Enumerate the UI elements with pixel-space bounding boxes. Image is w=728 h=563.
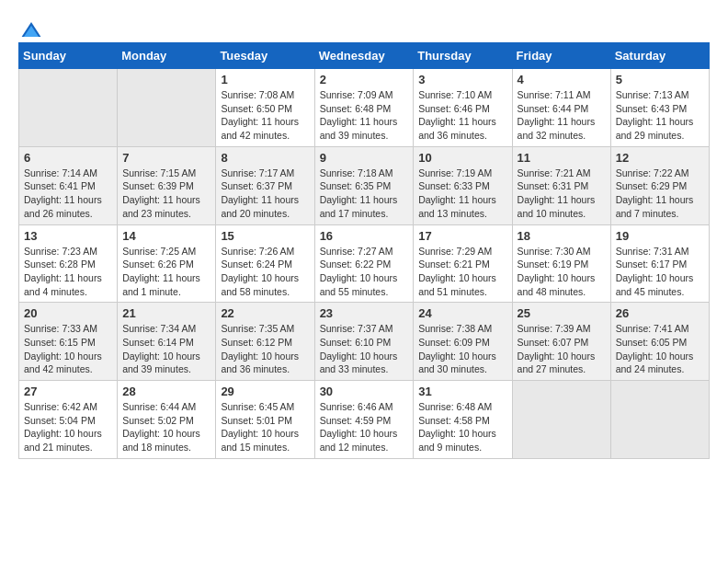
day-number: 3 — [418, 73, 506, 86]
day-number: 5 — [616, 73, 704, 86]
day-info: Sunrise: 6:44 AM Sunset: 5:02 PM Dayligh… — [122, 400, 210, 454]
day-info: Sunrise: 7:26 AM Sunset: 6:24 PM Dayligh… — [221, 245, 309, 299]
day-info: Sunrise: 6:42 AM Sunset: 5:04 PM Dayligh… — [24, 400, 112, 454]
calendar-day-cell — [118, 69, 216, 147]
logo — [18, 18, 42, 33]
calendar-day-cell: 19Sunrise: 7:31 AM Sunset: 6:17 PM Dayli… — [610, 224, 709, 303]
calendar: SundayMondayTuesdayWednesdayThursdayFrid… — [18, 42, 710, 459]
day-number: 18 — [518, 229, 606, 243]
calendar-day-cell: 12Sunrise: 7:22 AM Sunset: 6:29 PM Dayli… — [610, 146, 709, 224]
day-number: 7 — [122, 151, 210, 165]
calendar-day-cell — [610, 381, 709, 459]
day-number: 20 — [24, 306, 112, 320]
day-info: Sunrise: 6:48 AM Sunset: 4:58 PM Dayligh… — [418, 400, 506, 454]
calendar-header-cell: Wednesday — [314, 43, 414, 69]
calendar-week-row: 27Sunrise: 6:42 AM Sunset: 5:04 PM Dayli… — [19, 381, 710, 459]
day-info: Sunrise: 7:22 AM Sunset: 6:29 PM Dayligh… — [616, 167, 704, 221]
calendar-day-cell: 21Sunrise: 7:34 AM Sunset: 6:14 PM Dayli… — [118, 303, 216, 381]
calendar-week-row: 1Sunrise: 7:08 AM Sunset: 6:50 PM Daylig… — [19, 69, 710, 147]
calendar-day-cell: 10Sunrise: 7:19 AM Sunset: 6:33 PM Dayli… — [414, 146, 512, 224]
day-info: Sunrise: 7:11 AM Sunset: 6:44 PM Dayligh… — [518, 88, 606, 143]
day-info: Sunrise: 7:17 AM Sunset: 6:37 PM Dayligh… — [221, 167, 309, 221]
calendar-header-cell: Monday — [118, 43, 216, 69]
calendar-header-cell: Tuesday — [216, 43, 314, 69]
calendar-day-cell: 30Sunrise: 6:46 AM Sunset: 4:59 PM Dayli… — [314, 381, 414, 459]
day-info: Sunrise: 7:14 AM Sunset: 6:41 PM Dayligh… — [24, 167, 112, 221]
day-number: 6 — [24, 151, 112, 165]
day-number: 26 — [616, 306, 704, 320]
day-number: 22 — [221, 306, 309, 320]
day-info: Sunrise: 7:41 AM Sunset: 6:05 PM Dayligh… — [616, 322, 704, 376]
calendar-week-row: 13Sunrise: 7:23 AM Sunset: 6:28 PM Dayli… — [19, 224, 710, 303]
calendar-body: 1Sunrise: 7:08 AM Sunset: 6:50 PM Daylig… — [19, 69, 710, 459]
calendar-header-cell: Saturday — [610, 43, 709, 69]
day-info: Sunrise: 7:25 AM Sunset: 6:26 PM Dayligh… — [122, 245, 210, 299]
day-number: 15 — [221, 229, 309, 243]
day-info: Sunrise: 7:35 AM Sunset: 6:12 PM Dayligh… — [221, 322, 309, 376]
day-number: 24 — [418, 306, 506, 320]
calendar-day-cell: 22Sunrise: 7:35 AM Sunset: 6:12 PM Dayli… — [216, 303, 314, 381]
day-number: 11 — [518, 151, 606, 165]
day-info: Sunrise: 6:46 AM Sunset: 4:59 PM Dayligh… — [320, 400, 409, 454]
day-info: Sunrise: 7:21 AM Sunset: 6:31 PM Dayligh… — [518, 167, 606, 221]
day-number: 25 — [518, 306, 606, 320]
day-info: Sunrise: 7:23 AM Sunset: 6:28 PM Dayligh… — [24, 245, 112, 299]
calendar-day-cell: 2Sunrise: 7:09 AM Sunset: 6:48 PM Daylig… — [314, 69, 414, 147]
calendar-day-cell: 9Sunrise: 7:18 AM Sunset: 6:35 PM Daylig… — [314, 146, 414, 224]
calendar-day-cell: 26Sunrise: 7:41 AM Sunset: 6:05 PM Dayli… — [610, 303, 709, 381]
calendar-day-cell: 13Sunrise: 7:23 AM Sunset: 6:28 PM Dayli… — [19, 224, 118, 303]
day-number: 16 — [320, 229, 409, 243]
day-number: 9 — [320, 151, 409, 165]
calendar-day-cell: 11Sunrise: 7:21 AM Sunset: 6:31 PM Dayli… — [512, 146, 610, 224]
calendar-day-cell — [512, 381, 610, 459]
calendar-day-cell: 27Sunrise: 6:42 AM Sunset: 5:04 PM Dayli… — [19, 381, 118, 459]
calendar-day-cell: 14Sunrise: 7:25 AM Sunset: 6:26 PM Dayli… — [118, 224, 216, 303]
calendar-header: SundayMondayTuesdayWednesdayThursdayFrid… — [19, 43, 710, 69]
day-number: 28 — [122, 385, 210, 398]
day-number: 23 — [320, 306, 409, 320]
day-number: 19 — [616, 229, 704, 243]
day-info: Sunrise: 7:31 AM Sunset: 6:17 PM Dayligh… — [616, 245, 704, 299]
day-info: Sunrise: 7:15 AM Sunset: 6:39 PM Dayligh… — [122, 167, 210, 221]
calendar-day-cell — [19, 69, 118, 147]
day-info: Sunrise: 7:09 AM Sunset: 6:48 PM Dayligh… — [320, 88, 409, 143]
calendar-day-cell: 25Sunrise: 7:39 AM Sunset: 6:07 PM Dayli… — [512, 303, 610, 381]
day-number: 30 — [320, 385, 409, 398]
day-info: Sunrise: 7:38 AM Sunset: 6:09 PM Dayligh… — [418, 322, 506, 376]
day-number: 29 — [221, 385, 309, 398]
day-number: 10 — [418, 151, 506, 165]
day-info: Sunrise: 6:45 AM Sunset: 5:01 PM Dayligh… — [221, 400, 309, 454]
day-info: Sunrise: 7:10 AM Sunset: 6:46 PM Dayligh… — [418, 88, 506, 143]
calendar-day-cell: 3Sunrise: 7:10 AM Sunset: 6:46 PM Daylig… — [414, 69, 512, 147]
day-info: Sunrise: 7:29 AM Sunset: 6:21 PM Dayligh… — [418, 245, 506, 299]
day-number: 13 — [24, 229, 112, 243]
day-number: 21 — [122, 306, 210, 320]
calendar-header-cell: Friday — [512, 43, 610, 69]
header — [18, 18, 710, 33]
calendar-week-row: 6Sunrise: 7:14 AM Sunset: 6:41 PM Daylig… — [19, 146, 710, 224]
calendar-day-cell: 6Sunrise: 7:14 AM Sunset: 6:41 PM Daylig… — [19, 146, 118, 224]
day-info: Sunrise: 7:37 AM Sunset: 6:10 PM Dayligh… — [320, 322, 409, 376]
calendar-day-cell: 23Sunrise: 7:37 AM Sunset: 6:10 PM Dayli… — [314, 303, 414, 381]
day-info: Sunrise: 7:30 AM Sunset: 6:19 PM Dayligh… — [518, 245, 606, 299]
day-info: Sunrise: 7:18 AM Sunset: 6:35 PM Dayligh… — [320, 167, 409, 221]
calendar-day-cell: 18Sunrise: 7:30 AM Sunset: 6:19 PM Dayli… — [512, 224, 610, 303]
calendar-day-cell: 8Sunrise: 7:17 AM Sunset: 6:37 PM Daylig… — [216, 146, 314, 224]
day-info: Sunrise: 7:13 AM Sunset: 6:43 PM Dayligh… — [616, 88, 704, 143]
calendar-week-row: 20Sunrise: 7:33 AM Sunset: 6:15 PM Dayli… — [19, 303, 710, 381]
calendar-day-cell: 1Sunrise: 7:08 AM Sunset: 6:50 PM Daylig… — [216, 69, 314, 147]
day-number: 31 — [418, 385, 506, 398]
calendar-day-cell: 24Sunrise: 7:38 AM Sunset: 6:09 PM Dayli… — [414, 303, 512, 381]
calendar-day-cell: 4Sunrise: 7:11 AM Sunset: 6:44 PM Daylig… — [512, 69, 610, 147]
day-info: Sunrise: 7:08 AM Sunset: 6:50 PM Dayligh… — [221, 88, 309, 143]
calendar-day-cell: 29Sunrise: 6:45 AM Sunset: 5:01 PM Dayli… — [216, 381, 314, 459]
day-number: 27 — [24, 385, 112, 398]
calendar-day-cell: 16Sunrise: 7:27 AM Sunset: 6:22 PM Dayli… — [314, 224, 414, 303]
calendar-header-cell: Thursday — [414, 43, 512, 69]
calendar-day-cell: 31Sunrise: 6:48 AM Sunset: 4:58 PM Dayli… — [414, 381, 512, 459]
calendar-day-cell: 7Sunrise: 7:15 AM Sunset: 6:39 PM Daylig… — [118, 146, 216, 224]
calendar-day-cell: 20Sunrise: 7:33 AM Sunset: 6:15 PM Dayli… — [19, 303, 118, 381]
day-info: Sunrise: 7:34 AM Sunset: 6:14 PM Dayligh… — [122, 322, 210, 376]
calendar-day-cell: 5Sunrise: 7:13 AM Sunset: 6:43 PM Daylig… — [610, 69, 709, 147]
day-info: Sunrise: 7:33 AM Sunset: 6:15 PM Dayligh… — [24, 322, 112, 376]
